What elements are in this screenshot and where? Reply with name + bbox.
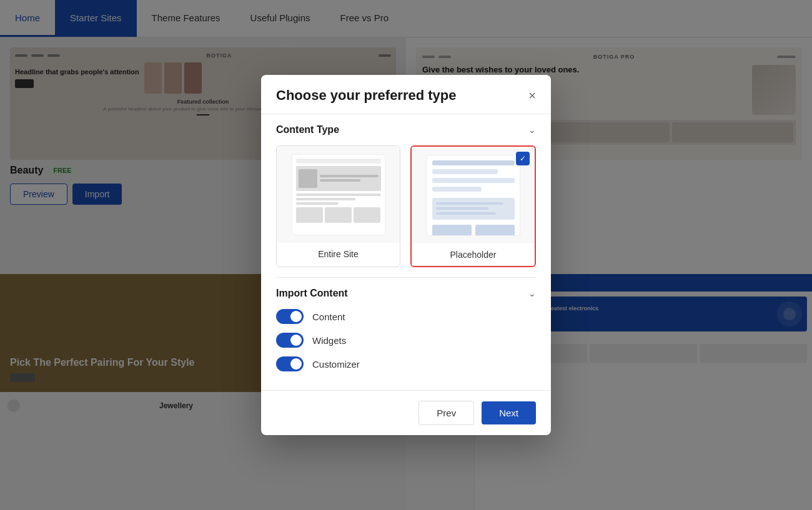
mock-product-3 [354, 207, 380, 223]
content-type-section: Content Type ⌄ [276, 114, 536, 278]
content-toggle[interactable] [276, 309, 304, 324]
ph-line-4 [432, 187, 482, 192]
ph-buttons [432, 225, 515, 236]
widgets-toggle-label: Widgets [312, 335, 346, 346]
customizer-toggle-row: Customizer [276, 356, 536, 371]
ph-btn-1 [432, 225, 472, 236]
import-content-chevron-icon: ⌄ [528, 288, 536, 298]
customizer-toggle-label: Customizer [312, 359, 360, 370]
mock-products [296, 207, 381, 223]
mock-product-1 [296, 207, 323, 223]
mock-hero-img [299, 169, 317, 188]
modal: Choose your preferred type × Content Typ… [261, 75, 551, 435]
customizer-toggle[interactable] [276, 356, 304, 371]
next-button[interactable]: Next [482, 401, 536, 424]
modal-overlay: Choose your preferred type × Content Typ… [0, 0, 812, 510]
content-type-cards: Entire Site [276, 145, 536, 267]
ph-btn-2 [475, 225, 515, 236]
widgets-toggle-row: Widgets [276, 333, 536, 348]
ph-line-3 [432, 178, 515, 183]
entire-site-mock [292, 154, 385, 235]
placeholder-label: Placeholder [412, 243, 535, 266]
content-toggle-label: Content [312, 311, 345, 322]
entire-site-preview [277, 146, 400, 243]
modal-close-button[interactable]: × [528, 89, 536, 102]
entire-site-card[interactable]: Entire Site [276, 145, 400, 267]
modal-body: Content Type ⌄ [261, 114, 551, 390]
import-content-section: Import Content ⌄ Content Widgets Customi… [276, 278, 536, 390]
placeholder-mock [427, 155, 520, 236]
modal-header: Choose your preferred type × [261, 75, 551, 114]
mock-hero [296, 166, 381, 191]
mock-product-2 [325, 207, 352, 223]
placeholder-card[interactable]: ✓ Placeholder [410, 145, 536, 267]
entire-site-label: Entire Site [277, 243, 400, 265]
mock-lines [296, 194, 381, 205]
prev-button[interactable]: Prev [418, 401, 474, 425]
content-type-header: Content Type ⌄ [276, 124, 536, 135]
widgets-toggle[interactable] [276, 333, 304, 348]
selected-check-badge: ✓ [516, 152, 530, 165]
content-type-chevron-icon: ⌄ [528, 125, 536, 135]
import-content-title: Import Content [276, 288, 348, 299]
content-type-title: Content Type [276, 124, 339, 135]
import-content-header: Import Content ⌄ [276, 288, 536, 299]
modal-title: Choose your preferred type [276, 87, 457, 104]
content-toggle-row: Content [276, 309, 536, 324]
ph-line-1 [432, 160, 515, 165]
modal-footer: Prev Next [261, 390, 551, 435]
mock-nav [296, 159, 381, 164]
ph-line-2 [432, 169, 498, 174]
